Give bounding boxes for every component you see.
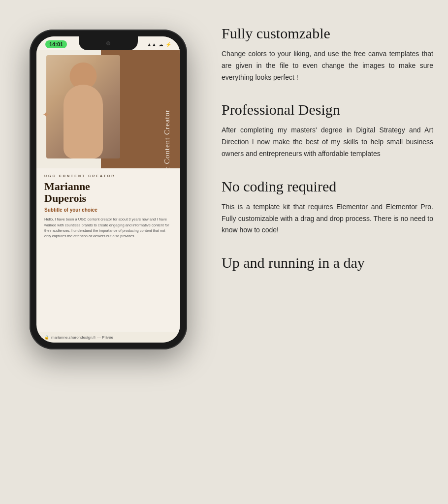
- feature-customizable: Fully customzable Change colors to your …: [222, 25, 433, 83]
- phone-bio: Hello, I have been a UGC content creator…: [44, 217, 172, 239]
- feature-running-title: Up and running in a day: [222, 254, 433, 272]
- status-time: 14:01: [45, 40, 67, 48]
- feature-customizable-title: Fully customzable: [222, 25, 433, 42]
- phone-mockup: 14:01 ▲▲ ☁ ⚡ ✦ Ugc Content Creator: [30, 30, 187, 349]
- signal-icon: ▲▲: [147, 42, 157, 47]
- feature-customizable-desc: Change colors to your liking, and use th…: [222, 48, 433, 83]
- feature-professional-title: Professional Design: [222, 101, 433, 119]
- feature-professional-desc: After completing my masters' degree in D…: [222, 125, 433, 159]
- feature-no-coding-title: No coding required: [222, 178, 433, 195]
- hero-photo: [46, 55, 120, 158]
- hero-diagonal-text: Ugc Content Creator: [163, 109, 171, 168]
- sparkle-icon: ✦: [42, 109, 50, 120]
- notch-camera: [106, 41, 110, 45]
- feature-professional: Professional Design After completing my …: [222, 101, 433, 159]
- page-container: 14:01 ▲▲ ☁ ⚡ ✦ Ugc Content Creator: [15, 20, 433, 349]
- phone-url-bar: 🔒 marianne.sharondesign.fr — Privée: [36, 332, 180, 341]
- phone-name: Marianne Duperois: [44, 181, 172, 204]
- phone-name-line2: Duperois: [44, 192, 86, 204]
- phone-ugc-label: UGC CONTENT CREATOR: [44, 174, 172, 178]
- phone-name-line1: Marianne: [44, 180, 90, 192]
- feature-no-coding: No coding required This is a template ki…: [222, 178, 433, 236]
- feature-no-coding-desc: This is a template kit that requires Ele…: [222, 201, 433, 236]
- status-icons: ▲▲ ☁ ⚡: [147, 42, 171, 47]
- battery-icon: ⚡: [165, 42, 171, 47]
- right-section: Fully customzable Change colors to your …: [222, 20, 433, 289]
- phone-section: 14:01 ▲▲ ☁ ⚡ ✦ Ugc Content Creator: [15, 20, 202, 349]
- phone-text-content: UGC CONTENT CREATOR Marianne Duperois Su…: [36, 168, 180, 245]
- phone-tagline: Subtitle of your choice: [44, 207, 172, 213]
- phone-content: ✦ Ugc Content Creator UGC CONTENT CREATO…: [36, 50, 180, 341]
- phone-notch: [79, 36, 138, 50]
- feature-running: Up and running in a day: [222, 254, 433, 272]
- lock-icon: 🔒: [44, 335, 49, 340]
- wifi-icon: ☁: [159, 42, 163, 47]
- phone-url: marianne.sharondesign.fr — Privée: [51, 335, 113, 340]
- phone-hero: ✦ Ugc Content Creator: [36, 50, 180, 168]
- phone-screen: 14:01 ▲▲ ☁ ⚡ ✦ Ugc Content Creator: [36, 36, 180, 343]
